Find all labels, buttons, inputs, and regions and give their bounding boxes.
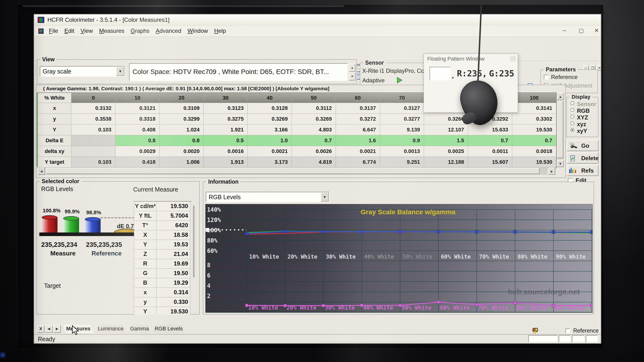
table-cell[interactable]: 0.3132 xyxy=(72,103,116,114)
scroll-right-icon[interactable]: ► xyxy=(548,168,555,175)
chevron-down-icon[interactable]: ▼ xyxy=(451,76,454,80)
scroll-up-icon[interactable]: ▲ xyxy=(557,93,564,100)
table-cell[interactable]: 15.607 xyxy=(468,157,512,168)
table-cell[interactable]: 0.3269 xyxy=(292,114,336,124)
table-cell[interactable]: 0.0016 xyxy=(204,146,248,157)
column-header-40[interactable]: 40 xyxy=(248,93,292,103)
table-cell[interactable]: 12.107 xyxy=(424,124,468,135)
radio-icon[interactable] xyxy=(570,121,574,125)
checkbox-icon[interactable] xyxy=(544,75,549,79)
column-header-100[interactable]: 100 xyxy=(512,93,556,103)
table-cell[interactable] xyxy=(72,146,116,157)
table-cell[interactable]: 4.819 xyxy=(292,157,336,168)
table-cell[interactable]: 0.3275 xyxy=(204,114,248,124)
table-cell[interactable]: 0.3302 xyxy=(512,114,556,124)
table-cell[interactable]: 0.7 xyxy=(468,135,512,146)
close-icon[interactable] xyxy=(510,56,516,61)
table-cell[interactable]: 0.7 xyxy=(512,135,556,146)
scroll-left-icon[interactable]: ◄ xyxy=(38,168,45,175)
table-cell[interactable]: 0.3538 xyxy=(72,114,116,124)
table-cell[interactable]: 0.3318 xyxy=(116,114,160,124)
chevron-down-icon[interactable]: ▼ xyxy=(116,67,124,76)
display-option-Sensor[interactable]: Sensor xyxy=(570,101,596,107)
table-cell[interactable]: 0.3141 xyxy=(512,103,556,114)
table-cell[interactable]: 0.3266 xyxy=(424,114,468,124)
column-header-0[interactable]: 0 xyxy=(72,93,116,103)
minimize-button[interactable]: ─ xyxy=(560,26,569,35)
table-cell[interactable]: 0.3137 xyxy=(336,103,380,114)
column-header-60[interactable]: 60 xyxy=(336,93,380,103)
table-cell[interactable]: 0.103 xyxy=(72,157,116,168)
spinner-up-icon[interactable]: ▲ xyxy=(349,64,356,72)
table-cell[interactable]: 0.418 xyxy=(116,157,160,168)
radio-icon[interactable] xyxy=(570,101,574,105)
menu-item-file[interactable]: File xyxy=(49,25,58,34)
tab-luminance[interactable]: Luminance xyxy=(95,325,126,333)
radio-icon[interactable] xyxy=(570,115,574,118)
table-cell[interactable]: 1.006 xyxy=(160,157,204,168)
column-header-10[interactable]: 10 xyxy=(116,93,160,103)
graph-type-dropdown[interactable]: RGB Levels ▼ xyxy=(206,192,330,202)
table-cell[interactable]: 1.6 xyxy=(336,135,380,146)
table-cell[interactable]: 3.166 xyxy=(248,124,292,135)
table-cell[interactable]: 0.3277 xyxy=(380,114,424,124)
tab-rgb-levels[interactable]: RGB Levels xyxy=(152,325,185,333)
current-measure-scrollbar[interactable] xyxy=(193,206,195,278)
table-cell[interactable]: 0.3272 xyxy=(336,114,380,124)
table-cell[interactable]: 0.3112 xyxy=(292,103,336,114)
table-cell[interactable]: 0.3123 xyxy=(204,103,248,114)
table-cell[interactable]: 3.173 xyxy=(248,157,292,168)
table-cell[interactable]: 1.913 xyxy=(204,157,248,168)
table-cell[interactable]: 0.0020 xyxy=(160,146,204,157)
table-cell[interactable]: 0.0025 xyxy=(424,146,468,157)
column-header-50[interactable]: 50 xyxy=(292,93,336,103)
table-cell[interactable]: 0.0011 xyxy=(468,146,512,157)
radio-icon[interactable] xyxy=(570,128,574,132)
maximize-button[interactable]: ▢ xyxy=(577,26,586,35)
menu-item-help[interactable]: Help xyxy=(214,25,226,34)
table-cell[interactable]: 0.0021 xyxy=(336,146,380,157)
table-cell[interactable]: 6.774 xyxy=(336,157,380,168)
table-cell[interactable]: 0.3121 xyxy=(116,103,160,114)
parameter-option-reference[interactable]: Reference xyxy=(544,74,578,80)
table-cell[interactable]: 0.8 xyxy=(160,135,204,146)
reference-checkbox[interactable]: Reference xyxy=(566,328,599,334)
menu-item-edit[interactable]: Edit xyxy=(64,25,74,34)
title-bar[interactable]: HCFR Colorimeter - 3.5.1.4 - [Color Meas… xyxy=(34,14,601,25)
table-cell[interactable]: 1.921 xyxy=(204,124,248,135)
menu-item-measures[interactable]: Measures xyxy=(99,25,124,34)
table-cell[interactable]: 0.0013 xyxy=(380,146,424,157)
table-cell[interactable]: 0.9 xyxy=(380,135,424,146)
sensor-run-icon[interactable] xyxy=(396,77,403,84)
table-cell[interactable]: 15.633 xyxy=(468,124,512,135)
table-cell[interactable]: 0.3109 xyxy=(160,103,204,114)
close-button[interactable]: ✕ xyxy=(592,26,601,35)
table-cell[interactable]: 4.803 xyxy=(292,124,336,135)
table-cell[interactable]: 0.8 xyxy=(116,135,160,146)
tabs-prev-button[interactable]: ◄ xyxy=(45,325,53,333)
column-header-70[interactable]: 70 xyxy=(380,93,424,103)
pattern-color-swatch[interactable] xyxy=(430,67,451,81)
table-cell[interactable]: 0.5 xyxy=(204,135,248,146)
table-cell[interactable]: 0.3127 xyxy=(380,103,424,114)
delete-button[interactable]: Delete xyxy=(567,152,598,164)
table-cell[interactable]: 0.0029 xyxy=(116,146,160,157)
horizontal-scrollbar[interactable] xyxy=(46,168,548,175)
display-option-RGB[interactable]: RGB xyxy=(570,107,590,114)
table-cell[interactable]: 12.188 xyxy=(424,157,468,168)
column-header-20[interactable]: 20 xyxy=(160,93,204,103)
spinner-down-icon[interactable]: ▼ xyxy=(349,72,356,80)
chevron-down-icon[interactable]: ▼ xyxy=(320,192,329,202)
menu-item-view[interactable]: View xyxy=(80,25,93,34)
table-cell[interactable]: 9.251 xyxy=(380,157,424,168)
menu-item-graphs[interactable]: Graphs xyxy=(130,25,150,34)
table-cell[interactable]: 19.530 xyxy=(512,157,556,168)
menu-item-window[interactable]: Window xyxy=(188,25,208,34)
radio-icon[interactable] xyxy=(570,108,574,112)
table-cell[interactable]: 0.0026 xyxy=(292,146,336,157)
table-cell[interactable]: 1.0 xyxy=(248,135,292,146)
table-cell[interactable] xyxy=(72,135,116,146)
table-cell[interactable]: 19.530 xyxy=(512,124,556,135)
refs-button[interactable]: Refs xyxy=(567,165,598,176)
table-cell[interactable]: 0.408 xyxy=(116,124,160,135)
